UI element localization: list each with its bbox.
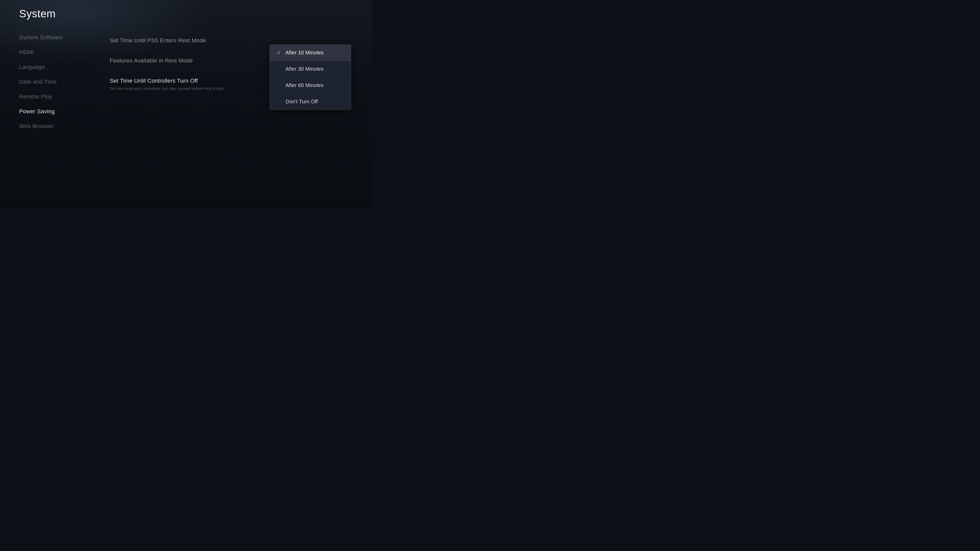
checkmark-icon: ✓ (277, 50, 282, 56)
rest-mode-time-title: Set Time Until PS5 Enters Rest Mode (110, 37, 351, 44)
sidebar-item-power-saving[interactable]: Power Saving (19, 105, 96, 118)
dropdown-menu[interactable]: ✓ After 10 Minutes After 30 Minutes Afte… (269, 44, 351, 110)
dropdown-option-after-60[interactable]: After 60 Minutes (270, 77, 351, 94)
sidebar-item-date-and-time[interactable]: Date and Time (19, 75, 96, 89)
sidebar-item-remote-play[interactable]: Remote Play (19, 90, 96, 103)
sidebar-item-web-browser[interactable]: Web Browser (19, 119, 96, 133)
sidebar-item-system-software[interactable]: System Software (19, 30, 96, 44)
sidebar-item-hdmi[interactable]: HDMI (19, 45, 96, 59)
dropdown-option-after-10[interactable]: ✓ After 10 Minutes (270, 44, 351, 61)
dropdown-option-after-60-label: After 60 Minutes (286, 83, 324, 88)
controllers-turn-off-subtitle: Set how long your controllers can stay u… (110, 86, 288, 91)
dropdown-option-dont-turn-off[interactable]: Don't Turn Off (270, 94, 351, 110)
sidebar: System Software HDMI Language Date and T… (19, 30, 96, 133)
dropdown-option-after-30-label: After 30 Minutes (286, 66, 324, 72)
dropdown-option-after-10-label: After 10 Minutes (286, 50, 324, 56)
dropdown-option-dont-turn-off-label: Don't Turn Off (286, 99, 318, 105)
sidebar-item-language[interactable]: Language (19, 60, 96, 74)
page-title: System (19, 8, 56, 20)
dropdown-option-after-30[interactable]: After 30 Minutes (270, 61, 351, 77)
